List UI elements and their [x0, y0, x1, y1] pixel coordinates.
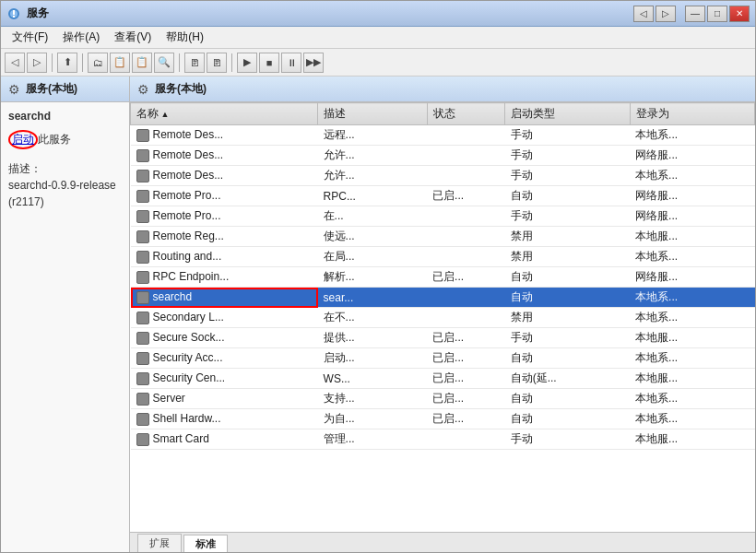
- svg-rect-2: [13, 16, 15, 18]
- service-startup-cell: 手动: [505, 125, 630, 146]
- service-name-text: Smart Card: [153, 432, 209, 445]
- menu-view[interactable]: 查看(V): [107, 28, 159, 47]
- maximize-button[interactable]: □: [707, 6, 727, 22]
- main-window: 服务 ◁ ▷ — □ ✕ 文件(F) 操作(A) 查看(V) 帮助(H) ◁ ▷…: [0, 0, 756, 553]
- table-row[interactable]: Remote Des...允许...手动本地系...: [131, 166, 755, 186]
- menu-help[interactable]: 帮助(H): [159, 28, 211, 47]
- service-status-cell: [427, 166, 505, 186]
- col-login[interactable]: 登录为: [630, 103, 754, 125]
- service-login-cell: 本地系...: [630, 166, 754, 186]
- table-row[interactable]: RPC Endpoin...解析...已启...自动网络服...: [131, 267, 755, 288]
- service-login-cell: 本地系...: [630, 409, 754, 429]
- table-row[interactable]: Security Acc...启动...已启...自动本地系...: [131, 348, 755, 369]
- table-row[interactable]: Secondary L...在不...禁用本地系...: [131, 308, 755, 328]
- service-status-cell: 已启...: [427, 328, 505, 348]
- service-gear-icon: [136, 210, 149, 223]
- col-status[interactable]: 状态: [427, 103, 505, 125]
- toolbar-btn-5[interactable]: 📋: [132, 53, 152, 73]
- tab-bar: 扩展 标准: [130, 532, 755, 552]
- play-button[interactable]: ▶: [237, 53, 257, 73]
- service-login-cell: 网络服...: [630, 186, 754, 206]
- pause-button[interactable]: ⏸: [281, 53, 301, 73]
- service-login-cell: 网络服...: [630, 146, 754, 166]
- service-login-cell: 本地系...: [630, 288, 754, 308]
- table-row[interactable]: Secure Sock...提供...已启...手动本地服...: [131, 328, 755, 348]
- toolbar-btn-8[interactable]: 🖹: [207, 53, 227, 73]
- table-row[interactable]: Remote Reg...使远...禁用本地服...: [131, 227, 755, 247]
- up-button[interactable]: ⬆: [57, 53, 77, 73]
- service-status-cell: 已启...: [427, 389, 505, 409]
- col-startup[interactable]: 启动类型: [505, 103, 630, 125]
- service-gear-icon: [136, 413, 149, 426]
- service-login-cell: 本地系...: [630, 125, 754, 146]
- table-row[interactable]: Server支持...已启...自动本地系...: [131, 389, 755, 409]
- service-status-cell: [427, 429, 505, 450]
- tab-extend[interactable]: 扩展: [137, 534, 182, 552]
- menu-file[interactable]: 文件(F): [5, 28, 55, 47]
- service-name-cell: searchd: [131, 288, 318, 308]
- service-name-cell: Routing and...: [131, 247, 318, 267]
- table-row[interactable]: Remote Pro...RPC...已启...自动网络服...: [131, 186, 755, 206]
- service-name-cell: RPC Endpoin...: [131, 267, 318, 288]
- service-status-cell: [427, 288, 505, 308]
- forward-button[interactable]: ▷: [27, 53, 47, 73]
- table-row[interactable]: Smart Card管理...手动本地服...: [131, 429, 755, 450]
- col-desc[interactable]: 描述: [318, 103, 427, 125]
- toolbar: ◁ ▷ ⬆ 🗂 📋 📋 🔍 🖹 🖹 ▶ ■ ⏸ ▶▶: [1, 49, 755, 76]
- toolbar-btn-4[interactable]: 📋: [110, 53, 130, 73]
- service-login-cell: 本地服...: [630, 369, 754, 389]
- toolbar-btn-3[interactable]: 🗂: [88, 53, 108, 73]
- back-button[interactable]: ◁: [5, 53, 25, 73]
- toolbar-btn-7[interactable]: 🖹: [184, 53, 205, 73]
- service-startup-cell: 禁用: [505, 227, 630, 247]
- table-row[interactable]: Routing and...在局...禁用本地系...: [131, 247, 755, 267]
- tab-standard[interactable]: 标准: [183, 535, 228, 552]
- table-row[interactable]: Security Cen...WS...已启...自动(延...本地服...: [131, 369, 755, 389]
- service-name-cell: Secondary L...: [131, 308, 318, 328]
- service-gear-icon: [136, 332, 149, 345]
- left-address-text: 服务(本地): [26, 81, 77, 97]
- table-row[interactable]: Remote Des...允许...手动网络服...: [131, 146, 755, 166]
- next-button[interactable]: ▷: [656, 6, 676, 22]
- address-bar: ⚙ 服务(本地): [130, 76, 755, 102]
- table-row[interactable]: Shell Hardw...为自...已启...自动本地系...: [131, 409, 755, 429]
- service-startup-cell: 自动: [505, 186, 630, 206]
- service-name-text: RPC Endpoin...: [153, 270, 230, 283]
- left-address-icon: ⚙: [8, 82, 20, 97]
- title-bar: 服务 ◁ ▷ — □ ✕: [1, 1, 755, 27]
- start-service-link[interactable]: 启动: [12, 133, 34, 146]
- service-name-cell: Remote Reg...: [131, 227, 318, 247]
- service-status-cell: 已启...: [427, 267, 505, 288]
- service-name-text: Remote Pro...: [153, 209, 221, 222]
- service-desc-cell: WS...: [318, 369, 427, 389]
- service-startup-cell: 手动: [505, 206, 630, 227]
- service-name-text: Security Cen...: [153, 371, 226, 384]
- minimize-button[interactable]: —: [685, 6, 705, 22]
- service-login-cell: 本地服...: [630, 429, 754, 450]
- service-status-cell: 已启...: [427, 409, 505, 429]
- service-gear-icon: [136, 129, 149, 142]
- services-table[interactable]: 名称 描述 状态 启动类型 登录为 Remote Des...远程...手动本地…: [130, 102, 755, 532]
- service-name-cell: Shell Hardw...: [131, 409, 318, 429]
- service-startup-cell: 手动: [505, 429, 630, 450]
- table-row[interactable]: searchdsear...自动本地系...: [131, 288, 755, 308]
- start-service-link-circle[interactable]: 启动: [8, 130, 38, 149]
- service-startup-cell: 自动(延...: [505, 369, 630, 389]
- restart-button[interactable]: ▶▶: [303, 53, 324, 73]
- prev-button[interactable]: ◁: [633, 6, 654, 22]
- table-row[interactable]: Remote Des...远程...手动本地系...: [131, 125, 755, 146]
- service-startup-cell: 手动: [505, 166, 630, 186]
- service-startup-cell: 自动: [505, 389, 630, 409]
- toolbar-btn-6[interactable]: 🔍: [154, 53, 174, 73]
- service-login-cell: 网络服...: [630, 206, 754, 227]
- service-name-cell: Remote Des...: [131, 146, 318, 166]
- stop-button[interactable]: ■: [259, 53, 279, 73]
- service-name-cell: Remote Pro...: [131, 206, 318, 227]
- table-row[interactable]: Remote Pro...在...手动网络服...: [131, 206, 755, 227]
- close-button[interactable]: ✕: [729, 6, 750, 22]
- service-status-cell: [427, 227, 505, 247]
- service-desc-cell: 在...: [318, 206, 427, 227]
- service-name-cell: Remote Des...: [131, 166, 318, 186]
- col-name[interactable]: 名称: [131, 103, 318, 125]
- menu-action[interactable]: 操作(A): [55, 28, 107, 47]
